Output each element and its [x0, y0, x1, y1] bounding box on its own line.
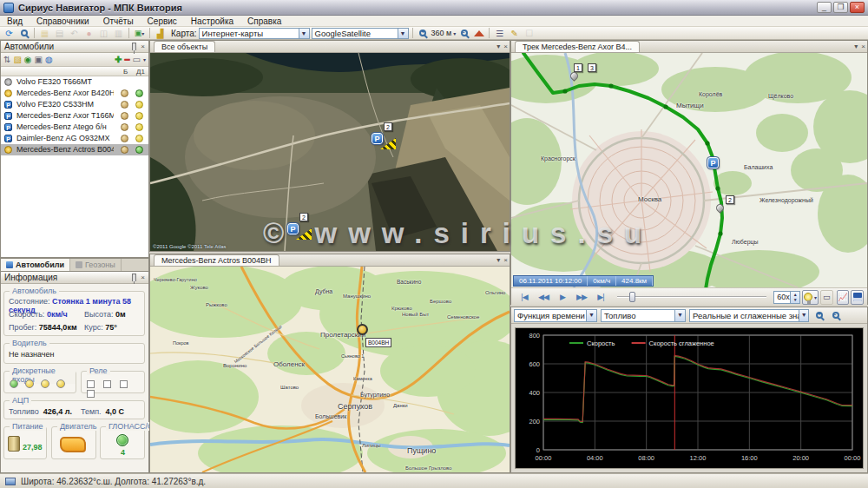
vehicle-row[interactable]: Mercedes-Benz Actros В004ВН: [1, 144, 148, 155]
vehicle-status-icon: P: [4, 123, 12, 131]
sort-icon[interactable]: ⇅: [3, 55, 10, 64]
vehicle-row[interactable]: PVolvo FE320 С533НМ: [1, 99, 148, 110]
menu-item-4[interactable]: Настройка: [184, 16, 240, 26]
discrete-input-led: [10, 379, 18, 388]
list-icon[interactable]: ☰: [493, 28, 506, 39]
speed-spinner[interactable]: 60x▲▼: [773, 291, 800, 304]
layout-icon[interactable]: ◫: [97, 28, 110, 39]
stop-icon[interactable]: ●: [82, 28, 95, 39]
add-icon[interactable]: ✚: [115, 55, 122, 64]
zoom-dropdown-icon[interactable]: ▾: [453, 30, 456, 36]
skip-end-button[interactable]: ▶|: [591, 293, 610, 301]
speed-chart: 020040060080000:0004:0008:0012:0016:0020…: [516, 328, 863, 467]
highlight-button[interactable]: ▾: [802, 290, 819, 305]
tab-all-objects[interactable]: Все объекты: [154, 41, 215, 52]
horizontal-splitter[interactable]: [510, 305, 868, 307]
chart-area[interactable]: 020040060080000:0004:0008:0012:0016:0020…: [511, 324, 867, 472]
menu-item-0[interactable]: Вид: [0, 16, 30, 26]
undo-icon[interactable]: ↶: [68, 28, 81, 39]
status-bar: Широта: 46.23632°с.ш. Долгота: 41.27263°…: [0, 473, 868, 488]
chevron-down-icon[interactable]: ▾: [854, 43, 858, 50]
slider-thumb[interactable]: [629, 292, 635, 302]
close-button[interactable]: ×: [850, 2, 865, 13]
parking-marker[interactable]: P: [707, 157, 719, 168]
relay-checkbox[interactable]: [103, 380, 111, 388]
status-dot-b: [121, 123, 128, 131]
globe-green-icon[interactable]: ◉: [24, 55, 32, 64]
map-provider-combobox[interactable]: GoogleSatellite▼: [312, 28, 409, 39]
more-icon[interactable]: ▾: [143, 56, 146, 63]
vehicles-columns: Б Д1: [1, 67, 148, 76]
road-map[interactable]: Черняево-ГарутиноЖуковоРыжковоДубнаМануш…: [150, 267, 510, 472]
relay-checkbox[interactable]: [87, 380, 95, 388]
satellite-map[interactable]: P2P2 ©2011 Google ©2011 Tele Atlas: [150, 53, 510, 251]
chart-toggle-button[interactable]: 📈: [837, 290, 850, 305]
discrete-input-led: [25, 379, 34, 388]
tab-track[interactable]: Трек Mercedes-Benz Axor В4...: [515, 41, 640, 52]
refresh-icon[interactable]: ⟳: [3, 28, 16, 39]
chart-zoom-in-icon[interactable]: +: [812, 310, 825, 321]
close-icon[interactable]: ×: [503, 43, 508, 50]
save-icon[interactable]: ▤: [53, 28, 66, 39]
chevron-down-icon[interactable]: ▾: [496, 43, 500, 50]
close-icon[interactable]: ×: [503, 256, 508, 264]
skip-start-button[interactable]: |◀: [515, 293, 534, 301]
close-icon[interactable]: ×: [141, 274, 145, 281]
function-combobox[interactable]: Функция времени▼: [514, 309, 597, 322]
svg-text:0: 0: [536, 446, 540, 454]
tab-vehicles[interactable]: Автомобили: [1, 259, 70, 271]
grid-icon[interactable]: ▥: [112, 28, 125, 39]
pin-icon[interactable]: [132, 43, 136, 50]
globe-blue-icon[interactable]: ◍: [45, 55, 53, 64]
note-icon[interactable]: ✎: [508, 28, 521, 39]
vehicle-row[interactable]: PDaimler-Benz AG О932МХ: [1, 133, 148, 144]
vehicle-row[interactable]: Volvo FE320 Т666МТ: [1, 76, 148, 88]
menu-item-2[interactable]: Отчёты: [96, 16, 141, 26]
search-icon[interactable]: [17, 28, 30, 39]
parking-marker[interactable]: P: [372, 133, 383, 144]
minimize-button[interactable]: _: [817, 2, 832, 13]
menu-bar: ВидСправочникиОтчётыСервисНастройкаСправ…: [0, 16, 868, 27]
menu-item-1[interactable]: Справочники: [30, 16, 96, 26]
tab-actros-map[interactable]: Mercedes-Benz Actros В004ВН: [154, 254, 279, 266]
save-track-button[interactable]: [851, 290, 864, 305]
edit-icon[interactable]: ▦: [38, 28, 51, 39]
camera-icon[interactable]: ▣: [35, 55, 43, 64]
road-map-graphic: [150, 267, 510, 472]
close-icon[interactable]: ×: [141, 43, 145, 50]
menu-item-5[interactable]: Справка: [240, 16, 288, 26]
vehicle-row[interactable]: PMercedes-Benz Atego б/н: [1, 122, 148, 133]
playback-slider[interactable]: [617, 291, 766, 303]
vehicle-row[interactable]: PMercedes-Benz Axor Т166МТ: [1, 110, 148, 122]
vehicle-row[interactable]: Mercedes-Benz Axor В420НВ: [1, 88, 148, 99]
fast-forward-button[interactable]: ▶▶: [572, 293, 591, 301]
frame-button[interactable]: ▭: [820, 290, 833, 305]
pin-icon[interactable]: [132, 274, 136, 281]
relay-checkbox[interactable]: [120, 380, 128, 388]
left-bottom-tabs: АвтомобилиГеозоны: [0, 258, 149, 271]
chart-icon[interactable]: ▟: [154, 28, 167, 39]
vehicle-icon[interactable]: ▣▾: [133, 28, 146, 39]
remove-icon[interactable]: ━: [125, 55, 130, 64]
restore-button[interactable]: ❐: [833, 2, 848, 13]
map-type-combobox[interactable]: Интернет-карты▼: [199, 28, 310, 39]
parking-marker[interactable]: P: [287, 223, 299, 234]
menu-item-3[interactable]: Сервис: [141, 16, 184, 26]
play-button[interactable]: ▶: [553, 293, 572, 301]
home-icon[interactable]: [472, 28, 485, 39]
track-map[interactable]: КоролёвЩёлковоМытищиКрасногорскБалашихаМ…: [511, 53, 867, 287]
zoom-out-icon[interactable]: -: [457, 28, 470, 39]
close-icon[interactable]: ×: [861, 43, 865, 50]
chart-zoom-out-icon[interactable]: -: [829, 310, 842, 321]
values-mode-combobox[interactable]: Реальные и сглаженные значен▼: [689, 309, 809, 322]
chevron-down-icon[interactable]: ▾: [496, 256, 500, 264]
vehicle-marker[interactable]: [357, 324, 368, 335]
rewind-button[interactable]: ◀◀: [534, 293, 553, 301]
zoom-level[interactable]: 360 м: [431, 29, 452, 37]
filter-icon[interactable]: ▨: [13, 55, 21, 64]
card-icon[interactable]: ▭: [133, 55, 141, 64]
zoom-in-icon[interactable]: +: [417, 28, 430, 39]
parameter-combobox[interactable]: Топливо▼: [601, 309, 686, 322]
tab-geozones[interactable]: Геозоны: [70, 259, 122, 271]
relay-checkbox[interactable]: [87, 390, 95, 398]
